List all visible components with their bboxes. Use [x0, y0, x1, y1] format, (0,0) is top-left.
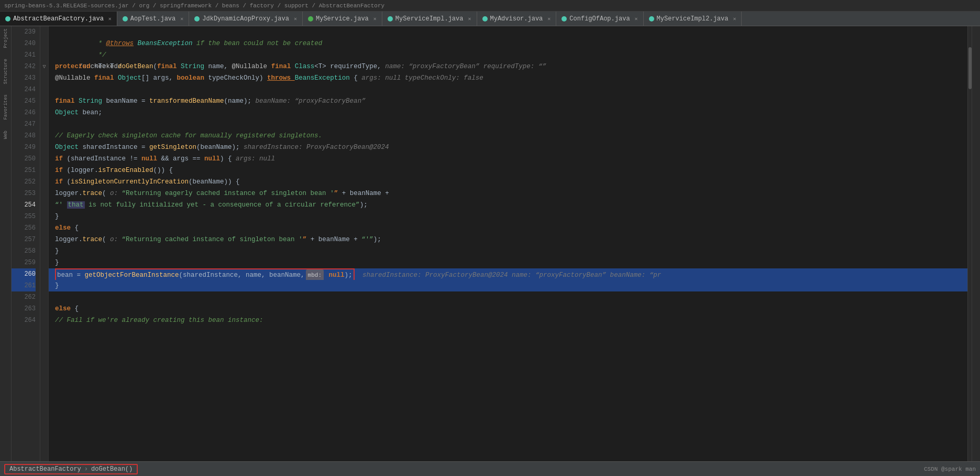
code-line-240: */ — [49, 38, 967, 49]
line-num-240: 240 — [12, 38, 36, 49]
tab-label-myadvisor: MyAdvisor.java — [490, 15, 543, 23]
top-bar: spring-beans-5.3.RELEASE-sources.jar / o… — [0, 0, 980, 12]
tab-icon-configofaop — [561, 16, 567, 21]
tab-icon-aoptest — [123, 16, 128, 21]
line-num-261: 261 — [12, 280, 36, 291]
code-line-256: else { — [49, 222, 967, 234]
code-line-262 — [49, 291, 967, 303]
code-line-242: protected <T> T doGetBean(final String n… — [49, 61, 967, 72]
line-num-253: 253 — [12, 188, 36, 199]
line-num-258: 258 — [12, 245, 36, 257]
code-line-259: } — [49, 257, 967, 268]
tab-icon-myservice — [308, 16, 313, 21]
red-box-260: bean = getObjectForBeanInstance(sharedIn… — [55, 268, 355, 280]
line-num-252: 252 — [12, 176, 36, 188]
fold-gutter: ▽ — [40, 26, 49, 461]
code-line-253: logger.trace( o: “Returning eagerly cach… — [49, 188, 967, 199]
code-line-250: if (sharedInstance != null && args == nu… — [49, 153, 967, 165]
code-line-243: @Nullable final Object[] args, boolean t… — [49, 72, 967, 84]
breadcrumb: AbstractBeanFactory › doGetBean() — [4, 464, 138, 474]
scrollbar[interactable] — [967, 26, 972, 461]
code-line-260: bean = getObjectForBeanInstance(sharedIn… — [49, 268, 967, 280]
line-num-257: 257 — [12, 234, 36, 245]
tab-myadvisor[interactable]: MyAdvisor.java ✕ — [477, 12, 557, 26]
tab-close-configofaop[interactable]: ✕ — [635, 16, 638, 22]
tab-icon-jdkdynamicaopproxy — [194, 16, 200, 21]
tab-abstractbeanfactory[interactable]: AbstractBeanFactory.java ✕ — [0, 12, 117, 26]
mbd-hint: mbd: — [306, 269, 324, 280]
right-sidebar — [972, 26, 980, 461]
line-num-249: 249 — [12, 142, 36, 153]
code-line-258: } — [49, 245, 967, 257]
csdn-label: CSDN @spark man — [924, 466, 976, 472]
left-sidebar: Project Structure Favorites Web — [0, 26, 12, 461]
breadcrumb-class: AbstractBeanFactory — [9, 466, 81, 473]
sidebar-web[interactable]: Web — [3, 131, 8, 139]
tab-configofaop[interactable]: ConfigOfAop.java ✕ — [556, 12, 643, 26]
breadcrumb-separator: › — [84, 466, 88, 473]
tab-aoptest[interactable]: AopTest.java ✕ — [117, 12, 189, 26]
tab-close-myserviceimpl2[interactable]: ✕ — [733, 16, 736, 22]
line-num-256: 256 — [12, 222, 36, 234]
code-line-255: } — [49, 211, 967, 222]
sidebar-project[interactable]: Project — [3, 28, 8, 48]
code-editor[interactable]: * @throws BeansException if the bean cou… — [49, 26, 967, 461]
code-line-248: // Eagerly check singleton cache for man… — [49, 130, 967, 142]
code-line-254: “' that is not fully initialized yet - a… — [49, 199, 967, 211]
code-line-239: * @throws BeansException if the bean cou… — [49, 26, 967, 38]
line-number-gutter: 239 240 241 242 243 244 245 246 247 248 … — [12, 26, 40, 461]
tab-icon-abstractbeanfactory — [5, 16, 10, 21]
tab-myserviceimpl[interactable]: MyServiceImpl.java ✕ — [382, 12, 477, 26]
scroll-thumb[interactable] — [968, 47, 972, 89]
line-num-247: 247 — [12, 118, 36, 130]
tab-close-abstractbeanfactory[interactable]: ✕ — [108, 16, 112, 22]
file-path: spring-beans-5.3.RELEASE-sources.jar / o… — [4, 3, 384, 9]
breadcrumb-method: doGetBean() — [91, 466, 133, 473]
line-num-262: 262 — [12, 291, 36, 303]
tab-close-myadvisor[interactable]: ✕ — [547, 16, 550, 22]
tab-icon-myserviceimpl2 — [649, 16, 654, 21]
code-line-247 — [49, 118, 967, 130]
sidebar-structure[interactable]: Structure — [3, 59, 8, 84]
tab-close-jdkdynamicaopproxy[interactable]: ✕ — [294, 16, 297, 22]
line-num-254: 254 — [12, 199, 36, 211]
line-num-243: 243 — [12, 72, 36, 84]
line-num-264: 264 — [12, 315, 36, 326]
tab-close-myservice[interactable]: ✕ — [373, 16, 377, 22]
tab-jdkdynamicaopproxy[interactable]: JdkDynamicAopProxy.java ✕ — [189, 12, 303, 26]
tab-label-configofaop: ConfigOfAop.java — [569, 15, 630, 23]
code-line-241: /unchecked/ — [49, 49, 967, 61]
code-line-264: // Fail if we're already creating this b… — [49, 315, 967, 326]
sidebar-favorites[interactable]: Favorites — [3, 94, 8, 120]
code-line-252: if (isSingletonCurrentlyInCreation(beanN… — [49, 176, 967, 188]
breadcrumb-box: AbstractBeanFactory › doGetBean() — [4, 464, 138, 474]
line-num-251: 251 — [12, 165, 36, 176]
tab-myservice[interactable]: MyService.java ✕ — [303, 12, 382, 26]
line-num-241: 241 — [12, 49, 36, 61]
status-right: CSDN @spark man — [924, 466, 976, 473]
bottom-status-bar: AbstractBeanFactory › doGetBean() CSDN @… — [0, 461, 980, 476]
line-num-248: 248 — [12, 130, 36, 142]
tab-label-jdkdynamicaopproxy: JdkDynamicAopProxy.java — [202, 15, 289, 23]
tab-label-aoptest: AopTest.java — [130, 15, 175, 23]
tab-close-myserviceimpl[interactable]: ✕ — [468, 16, 471, 22]
line-num-239: 239 — [12, 26, 36, 38]
line-num-245: 245 — [12, 95, 36, 107]
code-line-249: Object sharedInstance = getSingleton(bea… — [49, 142, 967, 153]
code-line-261: } — [49, 280, 967, 291]
tab-close-aoptest[interactable]: ✕ — [180, 16, 183, 22]
tab-label-myservice: MyService.java — [316, 15, 369, 23]
line-num-255: 255 — [12, 211, 36, 222]
code-line-257: logger.trace( o: “Returning cached insta… — [49, 234, 967, 245]
tab-bar: AbstractBeanFactory.java ✕ AopTest.java … — [0, 12, 980, 26]
code-line-263: else { — [49, 303, 967, 315]
code-line-245: final String beanName = transformedBeanN… — [49, 95, 967, 107]
line-num-250: 250 — [12, 153, 36, 165]
fold-arrow-242[interactable]: ▽ — [42, 63, 46, 70]
tab-label-myserviceimpl: MyServiceImpl.java — [395, 15, 464, 23]
line-num-244: 244 — [12, 84, 36, 95]
tab-icon-myserviceimpl — [388, 16, 393, 21]
tab-myserviceimpl2[interactable]: MyServiceImpl2.java ✕ — [644, 12, 742, 26]
tab-label-myserviceimpl2: MyServiceImpl2.java — [657, 15, 729, 23]
line-num-259: 259 — [12, 257, 36, 268]
